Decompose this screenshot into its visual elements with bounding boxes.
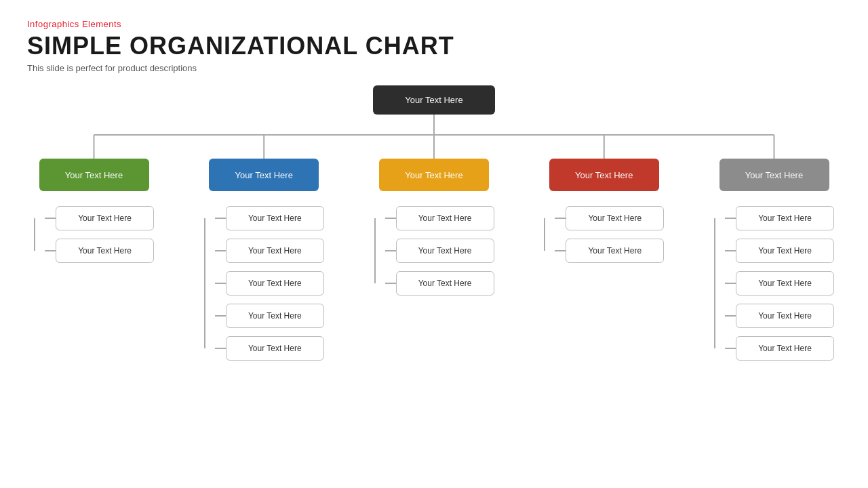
child-row: Your Text Here xyxy=(215,239,324,263)
child-node: Your Text Here xyxy=(736,336,834,361)
child-node: Your Text Here xyxy=(56,239,154,263)
column-5: Your Text HereYour Text HereYour Text He… xyxy=(714,159,834,361)
subtitle: Infographics Elements xyxy=(27,19,841,29)
column-1: Your Text HereYour Text HereYour Text He… xyxy=(34,159,154,361)
child-row: Your Text Here xyxy=(555,239,664,263)
column-4: Your Text HereYour Text HereYour Text He… xyxy=(544,159,664,361)
child-node: Your Text Here xyxy=(56,206,154,230)
child-row: Your Text Here xyxy=(45,206,154,230)
col-header-3: Your Text Here xyxy=(379,159,489,191)
children-wrapper-4: Your Text HereYour Text Here xyxy=(544,206,664,263)
col-header-4: Your Text Here xyxy=(549,159,659,191)
child-node: Your Text Here xyxy=(396,206,494,230)
child-node: Your Text Here xyxy=(736,304,834,328)
child-node: Your Text Here xyxy=(566,206,664,230)
column-3: Your Text HereYour Text HereYour Text He… xyxy=(374,159,494,361)
column-2: Your Text HereYour Text HereYour Text He… xyxy=(204,159,324,361)
children-wrapper-2: Your Text HereYour Text HereYour Text He… xyxy=(204,206,324,361)
child-row: Your Text Here xyxy=(215,304,324,328)
child-node: Your Text Here xyxy=(226,304,324,328)
child-node: Your Text Here xyxy=(566,239,664,263)
child-row: Your Text Here xyxy=(45,239,154,263)
child-row: Your Text Here xyxy=(215,336,324,361)
child-row: Your Text Here xyxy=(555,206,664,230)
col-header-1: Your Text Here xyxy=(39,159,149,191)
child-row: Your Text Here xyxy=(725,239,834,263)
description: This slide is perfect for product descri… xyxy=(27,63,841,73)
children-wrapper-5: Your Text HereYour Text HereYour Text He… xyxy=(714,206,834,361)
col-header-2: Your Text Here xyxy=(209,159,319,191)
root-node: Your Text Here xyxy=(373,85,495,115)
child-row: Your Text Here xyxy=(725,271,834,296)
child-node: Your Text Here xyxy=(736,271,834,296)
child-node: Your Text Here xyxy=(736,239,834,263)
child-node: Your Text Here xyxy=(226,336,324,361)
page: Infographics Elements SIMPLE ORGANIZATIO… xyxy=(0,0,868,488)
page-title: SIMPLE ORGANIZATIONAL CHART xyxy=(27,32,841,60)
children-wrapper-1: Your Text HereYour Text Here xyxy=(34,206,154,263)
child-row: Your Text Here xyxy=(725,206,834,230)
child-node: Your Text Here xyxy=(396,271,494,296)
columns-container: Your Text HereYour Text HereYour Text He… xyxy=(27,159,841,361)
child-row: Your Text Here xyxy=(385,271,494,296)
child-node: Your Text Here xyxy=(736,206,834,230)
col-header-5: Your Text Here xyxy=(719,159,829,191)
root-label: Your Text Here xyxy=(405,95,462,105)
chart-area: Your Text Here Your Text HereYour Text H… xyxy=(27,85,841,465)
child-row: Your Text Here xyxy=(215,206,324,230)
child-node: Your Text Here xyxy=(396,239,494,263)
child-node: Your Text Here xyxy=(226,271,324,296)
child-row: Your Text Here xyxy=(725,336,834,361)
children-wrapper-3: Your Text HereYour Text HereYour Text He… xyxy=(374,206,494,296)
child-row: Your Text Here xyxy=(725,304,834,328)
child-row: Your Text Here xyxy=(385,206,494,230)
child-node: Your Text Here xyxy=(226,239,324,263)
child-row: Your Text Here xyxy=(215,271,324,296)
child-row: Your Text Here xyxy=(385,239,494,263)
child-node: Your Text Here xyxy=(226,206,324,230)
